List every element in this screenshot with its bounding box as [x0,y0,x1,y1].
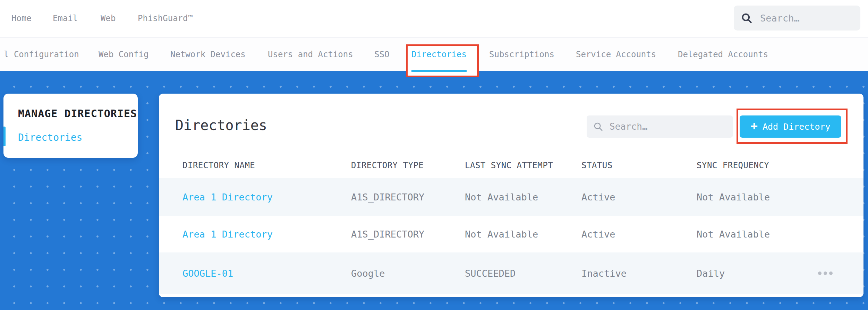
table-row[interactable]: Area 1 Directory A1S_DIRECTORY Not Avail… [159,216,863,252]
directories-panel: Directories + Add Directory DIRECTORY NA… [159,94,863,297]
last-sync-cell: Not Available [465,229,581,240]
workspace-background: MANAGE DIRECTORIES Directories Directori… [0,71,868,310]
global-search-box[interactable] [734,6,860,31]
last-sync-cell: Not Available [465,192,581,203]
manage-directories-card: MANAGE DIRECTORIES Directories [3,94,138,158]
global-search-input[interactable] [760,13,853,24]
top-nav-phishguard[interactable]: PhishGuard™ [138,0,193,37]
col-status: STATUS [581,161,697,170]
tab-users-and-actions[interactable]: Users and Actions [268,37,353,71]
tab-delegated-accounts[interactable]: Delegated Accounts [678,37,768,71]
col-directory-type: DIRECTORY TYPE [351,161,465,170]
directory-name-link[interactable]: GOOGLE-01 [182,268,351,279]
app-screen: Home Email Web PhishGuard™ l Configurati… [0,0,868,310]
directories-search-box[interactable] [587,115,733,138]
tab-subscriptions[interactable]: Subscriptions [489,37,554,71]
directory-type-cell: Google [351,268,465,279]
last-sync-cell: SUCCEEDED [465,268,581,279]
active-item-indicator-bar [3,127,6,146]
col-last-sync-attempt: LAST SYNC ATTEMPT [465,161,581,170]
sync-frequency-cell: Daily [697,268,801,279]
tab-email-configuration[interactable]: l Configuration [4,37,79,71]
status-cell: Inactive [581,268,697,279]
page-title: Directories [175,117,267,133]
add-directory-label: Add Directory [763,122,831,132]
status-cell: Active [581,229,697,240]
search-icon [593,121,603,132]
top-nav-web[interactable]: Web [101,0,116,37]
search-icon [741,12,752,24]
status-cell: Active [581,192,697,203]
directory-type-cell: A1S_DIRECTORY [351,192,465,203]
card-title: MANAGE DIRECTORIES [18,107,137,120]
top-nav-home[interactable]: Home [11,0,32,37]
table-row[interactable]: Area 1 Directory A1S_DIRECTORY Not Avail… [159,178,863,216]
directory-name-link[interactable]: Area 1 Directory [182,229,351,240]
top-nav-bar: Home Email Web PhishGuard™ [0,0,868,37]
active-tab-underline [411,70,467,72]
sync-frequency-cell: Not Available [697,192,801,203]
plus-icon: + [750,120,757,132]
add-directory-button[interactable]: + Add Directory [740,115,841,138]
top-nav-email[interactable]: Email [53,0,78,37]
tab-directories[interactable]: Directories [411,37,467,71]
sync-frequency-cell: Not Available [697,229,801,240]
directories-search-input[interactable] [610,121,727,132]
directory-type-cell: A1S_DIRECTORY [351,229,465,240]
col-sync-frequency: SYNC FREQUENCY [697,161,801,170]
col-directory-name: DIRECTORY NAME [182,161,351,170]
tab-network-devices[interactable]: Network Devices [170,37,246,71]
sidebar-item-directories[interactable]: Directories [18,132,82,143]
row-actions-menu-icon[interactable] [818,272,833,275]
table-row[interactable]: GOOGLE-01 Google SUCCEEDED Inactive Dail… [159,252,863,294]
table-header-row: DIRECTORY NAME DIRECTORY TYPE LAST SYNC … [159,153,863,178]
tab-sso[interactable]: SSO [374,37,389,71]
directory-name-link[interactable]: Area 1 Directory [182,192,351,203]
settings-tab-bar: l Configuration Web Config Network Devic… [0,37,868,71]
tab-service-accounts[interactable]: Service Accounts [576,37,656,71]
tab-web-config[interactable]: Web Config [99,37,149,71]
